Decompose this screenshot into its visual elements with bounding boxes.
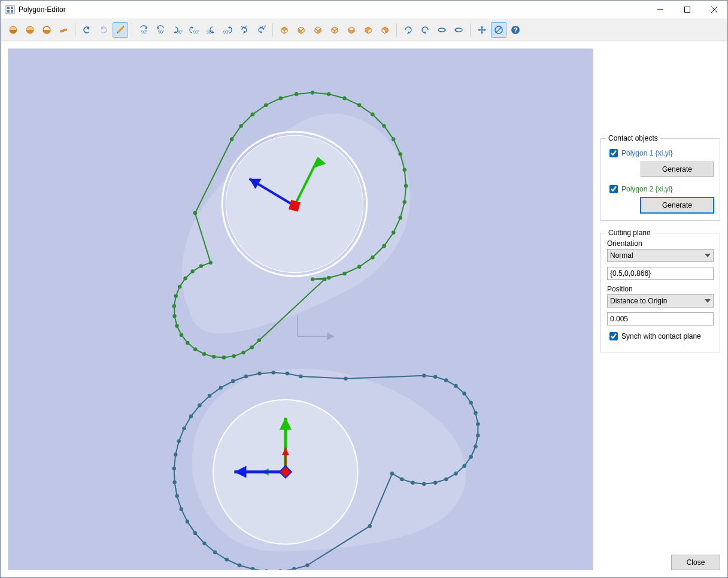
svg-point-57 xyxy=(295,92,298,96)
redo-icon[interactable] xyxy=(96,22,111,38)
svg-point-61 xyxy=(357,103,361,107)
svg-point-69 xyxy=(398,216,402,220)
free-rotate-2-icon[interactable] xyxy=(417,22,433,38)
viewport[interactable] xyxy=(8,48,593,570)
position-value: 0.005 xyxy=(610,315,628,323)
position-value-input[interactable]: 0.005 xyxy=(607,312,714,325)
contact-objects-group: Contact objects Polygon 1 {xi,yi} Genera… xyxy=(600,138,720,221)
svg-point-141 xyxy=(433,481,437,485)
polygon1-checkbox[interactable] xyxy=(609,149,618,157)
svg-point-138 xyxy=(462,464,466,468)
measure-icon[interactable] xyxy=(113,22,128,38)
iso-view-1-icon[interactable] xyxy=(277,22,292,38)
iso-view-6-icon[interactable] xyxy=(360,22,376,38)
svg-rect-2 xyxy=(11,7,13,9)
polygon1-generate-button[interactable]: Generate xyxy=(641,162,714,177)
svg-point-54 xyxy=(251,112,254,116)
svg-point-116 xyxy=(189,415,193,418)
svg-point-98 xyxy=(305,563,309,567)
rotate-90-h-icon[interactable]: 90° xyxy=(253,22,269,38)
free-rotate-4-icon[interactable] xyxy=(451,22,466,38)
svg-point-97 xyxy=(193,211,197,215)
svg-point-100 xyxy=(278,569,282,570)
svg-point-78 xyxy=(257,339,261,342)
free-rotate-3-icon[interactable] xyxy=(434,22,450,38)
close-button[interactable]: Close xyxy=(671,555,720,570)
svg-point-67 xyxy=(404,184,408,188)
svg-point-104 xyxy=(225,558,229,561)
svg-point-93 xyxy=(183,276,187,280)
iso-view-5-icon[interactable] xyxy=(344,22,359,38)
sync-checkbox[interactable] xyxy=(609,332,618,340)
rotate-90-g-icon[interactable]: 90° xyxy=(236,22,252,38)
svg-point-53 xyxy=(239,124,242,127)
minimize-button[interactable] xyxy=(647,1,674,19)
close-window-button[interactable] xyxy=(700,1,727,19)
shade-hemisphere-b-icon[interactable] xyxy=(22,22,38,38)
svg-point-66 xyxy=(402,168,406,171)
svg-point-118 xyxy=(208,394,211,397)
iso-view-7-icon[interactable] xyxy=(377,22,393,38)
svg-line-26 xyxy=(496,27,502,33)
free-rotate-1-icon[interactable] xyxy=(401,22,416,38)
rotate-90-e-icon[interactable]: 90° xyxy=(203,22,219,38)
svg-text:90°: 90° xyxy=(241,25,248,29)
side-panel: Contact objects Polygon 1 {xi,yi} Genera… xyxy=(600,48,720,570)
svg-point-103 xyxy=(238,563,241,567)
polygon2-label: Polygon 2 {xi,yi} xyxy=(621,185,672,193)
polygon2-checkbox[interactable] xyxy=(609,185,618,193)
svg-point-115 xyxy=(182,427,186,430)
body: Contact objects Polygon 1 {xi,yi} Genera… xyxy=(1,41,727,577)
svg-point-80 xyxy=(241,351,245,354)
svg-point-135 xyxy=(476,433,480,437)
rotate-90-a-icon[interactable]: 90° xyxy=(136,22,151,38)
svg-point-114 xyxy=(177,439,181,443)
svg-point-68 xyxy=(402,200,406,204)
position-select[interactable]: Distance to Origin xyxy=(607,294,714,308)
svg-point-142 xyxy=(422,482,426,486)
maximize-button[interactable] xyxy=(674,1,700,19)
shade-slab-icon[interactable] xyxy=(56,22,71,38)
cutting-plane-icon[interactable] xyxy=(491,22,506,38)
svg-point-105 xyxy=(213,550,217,554)
iso-view-4-icon[interactable] xyxy=(327,22,342,38)
position-selected: Distance to Origin xyxy=(610,297,667,305)
chevron-down-icon xyxy=(705,254,711,257)
help-icon[interactable]: ? xyxy=(508,22,523,38)
svg-point-120 xyxy=(231,379,235,383)
svg-point-124 xyxy=(286,372,289,375)
orientation-select[interactable]: Normal xyxy=(607,249,714,262)
svg-point-140 xyxy=(444,477,448,481)
rotate-90-d-icon[interactable]: 90° xyxy=(186,22,202,38)
svg-text:90°: 90° xyxy=(207,30,213,34)
svg-point-107 xyxy=(193,531,197,535)
svg-point-85 xyxy=(193,348,197,351)
rotate-90-f-icon[interactable]: 90° xyxy=(220,22,235,38)
svg-point-72 xyxy=(371,255,374,259)
svg-point-132 xyxy=(469,401,472,404)
svg-text:90°: 90° xyxy=(141,30,148,34)
iso-view-2-icon[interactable] xyxy=(293,22,309,38)
svg-point-137 xyxy=(469,455,472,458)
svg-point-106 xyxy=(202,542,206,545)
app-icon xyxy=(5,5,15,14)
svg-point-91 xyxy=(174,294,178,298)
svg-point-77 xyxy=(323,277,326,281)
svg-point-119 xyxy=(219,386,223,390)
shade-hemisphere-c-icon[interactable] xyxy=(39,22,54,38)
svg-point-125 xyxy=(299,375,302,378)
svg-point-56 xyxy=(279,96,283,100)
svg-point-88 xyxy=(175,324,178,327)
window-title: Polygon-Editor xyxy=(19,5,647,14)
svg-point-87 xyxy=(180,333,183,336)
orientation-value-input[interactable]: {0.5,0,0.866} xyxy=(607,267,714,280)
rotate-90-c-icon[interactable]: 90° xyxy=(169,22,185,38)
undo-icon[interactable] xyxy=(79,22,95,38)
svg-text:90°: 90° xyxy=(193,30,199,34)
iso-view-3-icon[interactable] xyxy=(310,22,326,38)
polygon2-generate-button[interactable]: Generate xyxy=(641,197,714,213)
pan-icon[interactable] xyxy=(474,22,490,38)
svg-point-117 xyxy=(198,403,201,407)
shade-hemisphere-a-icon[interactable] xyxy=(5,22,21,38)
rotate-90-b-icon[interactable]: 90° xyxy=(153,22,168,38)
